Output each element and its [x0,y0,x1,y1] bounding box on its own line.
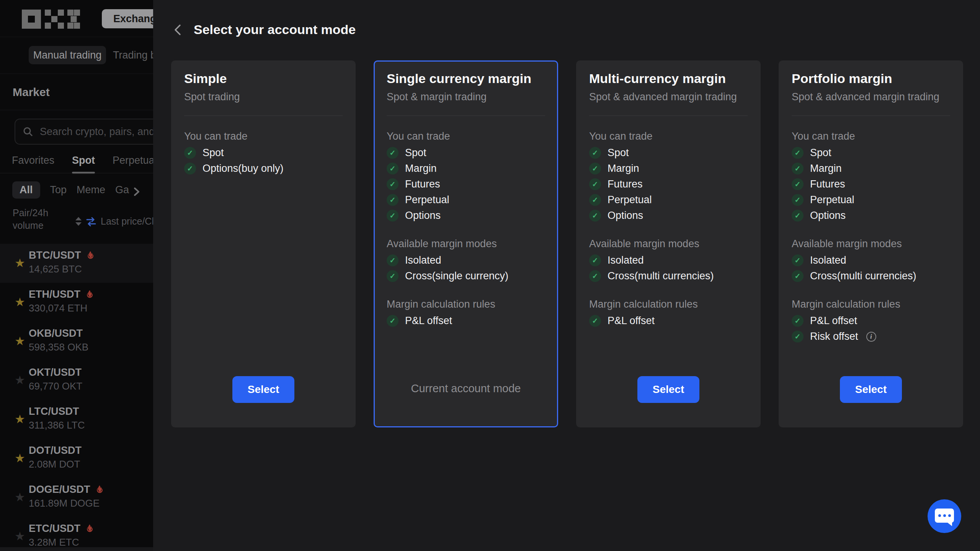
card-body: Portfolio marginSpot & advanced margin t… [779,60,963,344]
sort-control-icon[interactable] [75,217,82,226]
favorite-star-icon[interactable]: ★ [15,490,25,504]
hot-icon [86,251,95,260]
feature-item: ✓Spot [792,145,950,161]
feature-label: Futures [608,178,643,190]
favorite-star-icon[interactable]: ★ [15,412,25,426]
market-tab-favorites[interactable]: Favorites [12,155,54,173]
account-mode-card-single-currency-margin[interactable]: Single currency marginSpot & margin trad… [374,60,558,427]
section-label: Margin calculation rules [792,298,950,311]
market-pair-row[interactable]: ★OKT/USDT69,770 OKT [0,361,153,400]
search-input[interactable] [39,126,172,138]
filter-chips: AllTopMemeGa [12,181,129,199]
card-subtitle: Spot trading [184,90,343,103]
divider [792,116,950,116]
feature-label: Spot [405,147,426,159]
account-mode-cards: SimpleSpot tradingYou can trade✓Spot✓Opt… [171,60,963,427]
feature-label: Margin [810,163,842,174]
filter-chip-meme[interactable]: Meme [77,181,105,199]
filter-chip-all[interactable]: All [12,181,40,199]
check-icon: ✓ [589,147,601,159]
favorite-star-icon[interactable]: ★ [15,451,25,465]
check-icon: ✓ [589,194,601,206]
back-button[interactable] [172,23,185,37]
tab-trading-bots[interactable]: Trading b [113,46,156,64]
modal-title: Select your account mode [194,22,356,37]
feature-item: ✓Isolated [792,253,950,268]
feature-label: P&L offset [810,315,857,327]
pair-label: LTC/USDT [29,406,79,417]
market-pair-row[interactable]: ★BTC/USDT14,625 BTC [0,244,153,283]
list-column-headers: Pair/24h volume Last price/Ch [13,207,153,232]
account-mode-card-portfolio-margin[interactable]: Portfolio marginSpot & advanced margin t… [779,60,963,427]
select-button[interactable]: Select [637,376,699,403]
pair-name: DOT/USDT [29,445,153,456]
market-pair-row[interactable]: ★ETC/USDT3.28M ETC [0,517,153,551]
feature-item: ✓Futures [387,176,545,192]
check-icon: ✓ [792,194,804,206]
section-label: Available margin modes [792,237,950,250]
pair-name: LTC/USDT [29,406,153,417]
favorite-star-icon[interactable]: ★ [15,373,25,387]
card-body: SimpleSpot tradingYou can trade✓Spot✓Opt… [171,60,356,176]
favorite-star-icon[interactable]: ★ [15,295,25,309]
column-last-price[interactable]: Last price/Ch [101,215,157,228]
check-icon: ✓ [792,147,804,159]
tab-manual-trading[interactable]: Manual trading [29,46,106,64]
pair-name: BTC/USDT [29,249,153,261]
check-icon: ✓ [792,178,804,190]
feature-label: Options [608,210,643,222]
feature-item: ✓Margin [589,161,748,176]
check-icon: ✓ [184,147,196,159]
check-icon: ✓ [792,270,804,282]
support-chat-button[interactable] [928,499,961,533]
market-pair-row[interactable]: ★DOGE/USDT161.89M DOGE [0,478,153,517]
favorite-star-icon[interactable]: ★ [15,256,25,270]
check-icon: ✓ [589,210,601,222]
favorite-star-icon[interactable]: ★ [15,529,25,543]
feature-item: ✓Cross(multi currencies) [792,268,950,284]
select-button[interactable]: Select [232,376,294,403]
chips-expand-chevron-icon[interactable] [131,185,142,200]
feature-item: ✓Perpetual [792,192,950,208]
market-section-title: Market [13,86,50,99]
divider [387,116,545,116]
market-pair-row[interactable]: ★OKB/USDT598,358 OKB [0,322,153,361]
card-title: Simple [184,70,343,86]
pair-label: OKT/USDT [29,367,82,378]
filter-chip-ga[interactable]: Ga [115,181,129,199]
feature-item: ✓Risk offseti [792,329,950,344]
info-icon[interactable]: i [866,332,876,342]
feature-item: ✓Margin [387,161,545,176]
market-tab-perpetual[interactable]: Perpetual [113,155,157,173]
feature-label: Perpetual [810,194,854,206]
favorite-star-icon[interactable]: ★ [15,334,25,348]
market-pair-row[interactable]: ★DOT/USDT2.08M DOT [0,439,153,478]
market-pair-row[interactable]: ★LTC/USDT311,386 LTC [0,400,153,439]
sidebar-scrollbar[interactable] [0,547,153,551]
market-pair-row[interactable]: ★ETH/USDT330,074 ETH [0,283,153,322]
card-title: Portfolio margin [792,70,950,86]
okx-logo [22,10,80,30]
filter-chip-top[interactable]: Top [50,181,67,199]
market-tab-spot[interactable]: Spot [72,155,95,173]
feature-label: Options [405,210,441,222]
feature-item: ✓Cross(multi currencies) [589,268,748,284]
market-tabs: FavoritesSpotPerpetual [12,155,157,173]
check-icon: ✓ [792,163,804,174]
column-pair-volume[interactable]: Pair/24h volume [13,207,70,232]
select-button[interactable]: Select [840,376,902,403]
price-toggle-icon[interactable] [85,216,97,227]
divider [589,116,748,116]
check-icon: ✓ [184,163,196,174]
feature-item: ✓Options [387,208,545,223]
card-body: Multi-currency marginSpot & advanced mar… [576,60,761,329]
pair-volume: 69,770 OKT [29,380,153,392]
current-account-mode-label: Current account mode [375,382,557,395]
pair-label: ETH/USDT [29,289,80,300]
account-mode-card-simple[interactable]: SimpleSpot tradingYou can trade✓Spot✓Opt… [171,60,356,427]
check-icon: ✓ [387,163,399,174]
check-icon: ✓ [387,315,399,327]
feature-item: ✓Perpetual [387,192,545,208]
account-mode-card-multi-currency-margin[interactable]: Multi-currency marginSpot & advanced mar… [576,60,761,427]
hot-icon [85,524,95,533]
